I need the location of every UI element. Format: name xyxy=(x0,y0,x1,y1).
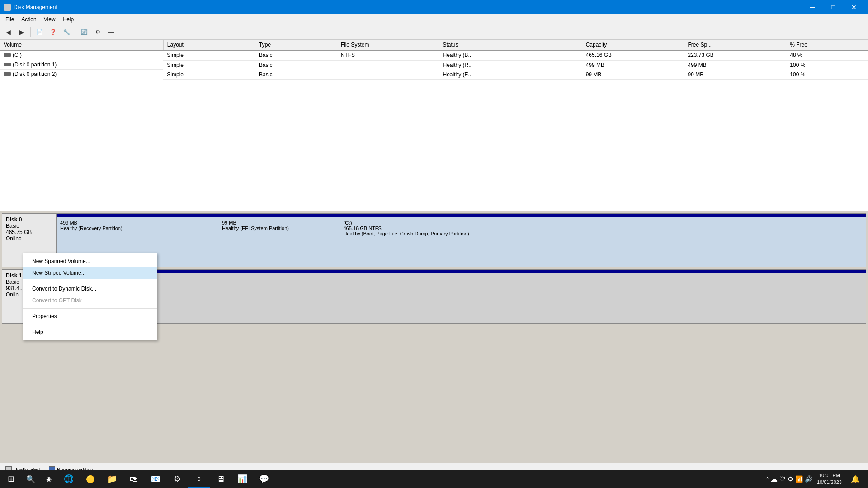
refresh-button[interactable]: 🔄 xyxy=(78,26,90,38)
cell-pct-1: 100 % xyxy=(786,60,868,70)
ctx-convert-dynamic[interactable]: Convert to Dynamic Disk... xyxy=(23,283,157,295)
col-pct[interactable]: % Free xyxy=(786,40,868,50)
cell-status-2: Healthy (E... xyxy=(439,70,582,79)
disk0-part1-status: Healthy (EFI System Partition) xyxy=(222,225,336,231)
disk0-part2-size: 465.16 GB NTFS xyxy=(344,225,863,231)
tray-wifi[interactable]: 📶 xyxy=(795,475,803,483)
back-button[interactable]: ◀ xyxy=(2,26,14,38)
cell-volume-0: (C:) xyxy=(0,51,163,60)
tray-settings[interactable]: ⚙ xyxy=(788,475,793,483)
date-display: 10/01/2023 xyxy=(817,479,842,486)
disk0-partitions-row: 499 MB Healthy (Recovery Partition) 99 M… xyxy=(57,217,866,267)
cell-type-1: Basic xyxy=(255,60,337,70)
toolbar: ◀ ▶ 📄 ❓ 🔧 🔄 ⚙ — xyxy=(0,24,868,40)
taskbar-app-charts[interactable]: 📊 xyxy=(231,470,253,488)
cell-cap-0: 465.16 GB xyxy=(582,50,684,60)
properties-button[interactable]: 📄 xyxy=(33,26,46,38)
ctx-help[interactable]: Help xyxy=(23,326,157,338)
cell-volume-1: (Disk 0 partition 1) xyxy=(0,60,163,70)
ctx-new-spanned[interactable]: New Spanned Volume... xyxy=(23,255,157,267)
cell-free-2: 99 MB xyxy=(684,70,786,79)
table-row[interactable]: (Disk 0 partition 1) Simple Basic Health… xyxy=(0,60,868,70)
taskbar-pinned-apps: 🌐 🟡 📁 🛍 📧 ⚙ c 🖥 📊 💬 xyxy=(58,470,275,488)
maximize-button[interactable]: □ xyxy=(823,0,844,14)
menu-view[interactable]: View xyxy=(40,15,59,23)
cell-free-1: 499 MB xyxy=(684,60,786,70)
menu-help[interactable]: Help xyxy=(59,15,78,23)
taskbar-app-explorer[interactable]: 📁 xyxy=(101,470,123,488)
notification-button[interactable]: 🔔 xyxy=(846,470,864,488)
search-button[interactable]: 🔍 xyxy=(22,470,40,488)
tray-caret[interactable]: ^ xyxy=(766,477,769,482)
ctx-convert-gpt: Convert to GPT Disk xyxy=(23,295,157,306)
tray-volume[interactable]: 🔊 xyxy=(805,475,812,483)
tray-cloud[interactable]: ☁ xyxy=(770,475,778,483)
wizard-button[interactable]: 🔧 xyxy=(60,26,73,38)
disk0-status: Online xyxy=(6,235,52,242)
app-icon xyxy=(4,4,11,11)
disk1-part1[interactable] xyxy=(137,273,866,323)
col-free[interactable]: Free Sp... xyxy=(684,40,786,50)
col-volume[interactable]: Volume xyxy=(0,40,163,50)
menu-bar: File Action View Help xyxy=(0,14,868,24)
tray-antivirus[interactable]: 🛡 xyxy=(779,475,786,483)
cell-pct-0: 48 % xyxy=(786,50,868,60)
disk0-part0-status: Healthy (Recovery Partition) xyxy=(60,225,214,231)
disk0-size: 465.75 GB xyxy=(6,229,52,235)
help-button[interactable]: ❓ xyxy=(47,26,59,38)
ctx-sep-2 xyxy=(23,308,157,309)
cell-cap-2: 99 MB xyxy=(582,70,684,79)
start-button[interactable]: ⊞ xyxy=(0,470,22,488)
task-view-button[interactable]: ◉ xyxy=(40,470,58,488)
context-menu: New Spanned Volume... New Striped Volume… xyxy=(23,253,157,340)
cell-status-1: Healthy (R... xyxy=(439,60,582,70)
cell-fs-1 xyxy=(337,60,439,70)
cell-volume-2: (Disk 0 partition 2) xyxy=(0,70,163,79)
col-layout[interactable]: Layout xyxy=(163,40,255,50)
volume-table: Volume Layout Type File System Status Ca… xyxy=(0,40,868,80)
taskbar-app-edge[interactable]: 🌐 xyxy=(58,470,80,488)
forward-button[interactable]: ▶ xyxy=(15,26,28,38)
menu-file[interactable]: File xyxy=(2,15,18,23)
taskbar-app-chat[interactable]: 💬 xyxy=(253,470,275,488)
minus-button[interactable]: — xyxy=(105,26,118,38)
settings-button[interactable]: ⚙ xyxy=(91,26,104,38)
taskbar-app-outlook[interactable]: 📧 xyxy=(145,470,166,488)
taskbar-app-disk[interactable]: 🖥 xyxy=(210,470,231,488)
disk0-part2[interactable]: (C:) 465.16 GB NTFS Healthy (Boot, Page … xyxy=(340,217,866,267)
volume-table-area: Volume Layout Type File System Status Ca… xyxy=(0,40,868,211)
vol-icon-2 xyxy=(4,72,11,76)
ctx-new-striped[interactable]: New Striped Volume... xyxy=(23,267,157,279)
table-row[interactable]: (Disk 0 partition 2) Simple Basic Health… xyxy=(0,70,868,79)
cell-status-0: Healthy (B... xyxy=(439,50,582,60)
vol-icon-1 xyxy=(4,63,11,66)
tray-time[interactable]: 10:01 PM 10/01/2023 xyxy=(814,472,844,486)
cell-type-0: Basic xyxy=(255,50,337,60)
table-row[interactable]: (C:) Simple Basic NTFS Healthy (B... 465… xyxy=(0,50,868,60)
taskbar-app-3d[interactable]: ⚙ xyxy=(166,470,188,488)
cell-free-0: 223.73 GB xyxy=(684,50,786,60)
col-type[interactable]: Type xyxy=(255,40,337,50)
cell-layout-2: Simple xyxy=(163,70,255,79)
col-status[interactable]: Status xyxy=(439,40,582,50)
taskbar-tray: ^ ☁ 🛡 ⚙ 📶 🔊 10:01 PM 10/01/2023 🔔 xyxy=(763,470,868,488)
disk0-title: Disk 0 xyxy=(6,216,52,223)
taskbar: ⊞ 🔍 ◉ 🌐 🟡 📁 🛍 📧 ⚙ c 🖥 📊 💬 ^ ☁ 🛡 ⚙ 📶 🔊 10… xyxy=(0,470,868,488)
col-fs[interactable]: File System xyxy=(337,40,439,50)
taskbar-app-c[interactable]: c xyxy=(188,470,210,488)
disk0-part1[interactable]: 99 MB Healthy (EFI System Partition) xyxy=(218,217,340,267)
taskbar-app-chrome[interactable]: 🟡 xyxy=(80,470,101,488)
col-capacity[interactable]: Capacity xyxy=(582,40,684,50)
menu-action[interactable]: Action xyxy=(18,15,40,23)
close-button[interactable]: ✕ xyxy=(844,0,864,14)
cell-cap-1: 499 MB xyxy=(582,60,684,70)
disk0-type: Basic xyxy=(6,223,52,229)
disk1-partitions: Healthy (Primary Partition) xyxy=(57,270,866,323)
disk0-partitions: 499 MB Healthy (Recovery Partition) 99 M… xyxy=(57,214,866,267)
ctx-properties[interactable]: Properties xyxy=(23,310,157,322)
disk1-partitions-row: Healthy (Primary Partition) xyxy=(57,273,866,323)
cell-layout-0: Simple xyxy=(163,50,255,60)
taskbar-app-store[interactable]: 🛍 xyxy=(123,470,145,488)
minimize-button[interactable]: ─ xyxy=(802,0,823,14)
disk0-part1-size: 99 MB xyxy=(222,220,336,225)
